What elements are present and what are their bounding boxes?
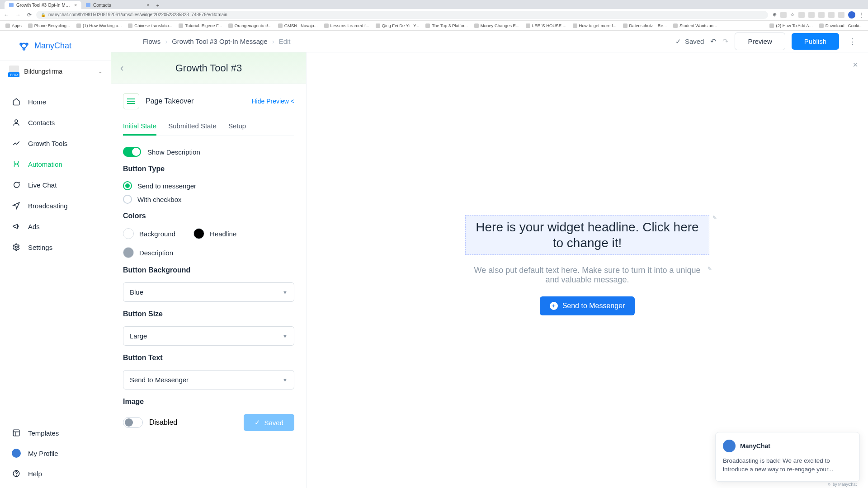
radio-with-checkbox[interactable]: With checkbox	[123, 195, 294, 204]
brand[interactable]: ManyChat	[0, 37, 111, 61]
extension-icon[interactable]	[808, 12, 815, 18]
caret-down-icon: ▼	[283, 290, 288, 295]
bookmark-item[interactable]: Student Wants an...	[673, 23, 717, 28]
bookmark-item[interactable]: Lessons Learned f...	[324, 23, 369, 28]
workspace-logo-icon	[9, 66, 19, 72]
sidebar-item-label: Help	[28, 470, 42, 478]
bookmark-item[interactable]: Tutorial: Eigene F...	[179, 23, 222, 28]
sidebar-item-ads[interactable]: Ads	[0, 216, 111, 237]
manychat-logo-icon	[18, 40, 30, 52]
bookmark-item[interactable]: The Top 3 Platfor...	[425, 23, 468, 28]
button-text-select[interactable]: Send to Messenger ▼	[123, 370, 294, 389]
nav-list: Home Contacts Growth Tools Automation Li…	[0, 82, 111, 267]
send-to-messenger-button[interactable]: ✈ Send to Messenger	[540, 296, 635, 315]
sidebar-item-live-chat[interactable]: Live Chat	[0, 174, 111, 195]
button-bg-select[interactable]: Blue ▼	[123, 282, 294, 302]
headline-text: Here is your widget headline. Click here…	[471, 219, 703, 251]
preview-canvas: × Here is your widget headline. Click he…	[307, 52, 868, 488]
color-headline[interactable]: Headline	[193, 228, 236, 239]
preview-button[interactable]: Preview	[735, 33, 785, 50]
tab-setup[interactable]: Setup	[228, 117, 246, 136]
show-description-toggle[interactable]	[123, 147, 141, 157]
bookmark-item[interactable]: Qing Fei De Yi - Y...	[376, 23, 420, 28]
image-toggle[interactable]	[123, 417, 143, 428]
extension-icon[interactable]	[798, 12, 805, 18]
color-background[interactable]: Background	[123, 228, 175, 239]
sidebar-item-contacts[interactable]: Contacts	[0, 112, 111, 133]
svg-point-8	[16, 475, 17, 475]
send-icon	[12, 202, 21, 210]
bookmark-item[interactable]: Download · Cooki...	[819, 23, 863, 28]
crumb-tool[interactable]: Growth Tool #3 Opt-In Message	[172, 38, 268, 45]
widget-type-icon	[123, 93, 139, 109]
tab-submitted-state[interactable]: Submitted State	[168, 117, 217, 136]
crumb-flows[interactable]: Flows	[143, 38, 160, 45]
back-button[interactable]: ‹	[120, 62, 123, 74]
bookmark-item[interactable]: GMSN · Navajo...	[278, 23, 318, 28]
extension-icon[interactable]	[838, 12, 844, 18]
headline-editable[interactable]: Here is your widget headline. Click here…	[465, 215, 709, 255]
extension-icon[interactable]	[828, 12, 835, 18]
radio-send-to-messenger[interactable]: Send to messenger	[123, 181, 294, 190]
close-icon[interactable]: ×	[74, 3, 77, 8]
extension-icon[interactable]	[780, 12, 787, 18]
saved-label: Saved	[264, 419, 283, 427]
select-value: Send to Messenger	[130, 376, 189, 384]
browser-tab-active[interactable]: Growth Tool #3 Opt-In Messa... ×	[5, 1, 81, 9]
sidebar-item-broadcasting[interactable]: Broadcasting	[0, 195, 111, 216]
bookmark-item[interactable]: Orangenagenbot!...	[228, 23, 272, 28]
bookmark-item[interactable]: LEE 'S HOUSE ...	[526, 23, 566, 28]
description-editable[interactable]: We also put default text here. Make sure…	[465, 266, 709, 285]
automation-icon	[12, 160, 21, 168]
extension-icon[interactable]	[818, 12, 825, 18]
address-bar[interactable]: 🔒 manychat.com/fb198150208192061/cms/fil…	[36, 11, 768, 19]
tab-initial-state[interactable]: Initial State	[123, 117, 156, 136]
browser-tab[interactable]: Contacts ×	[81, 1, 154, 9]
undo-button[interactable]: ↶	[710, 37, 716, 46]
bookmark-item[interactable]: Money Changes E...	[474, 23, 519, 28]
close-preview-button[interactable]: ×	[853, 60, 858, 70]
bookmark-item[interactable]: (2) How To Add A...	[769, 23, 812, 28]
reload-icon[interactable]: ⟳	[27, 12, 32, 18]
back-icon[interactable]: ←	[4, 12, 9, 18]
sidebar-item-automation[interactable]: Automation	[0, 154, 111, 174]
color-description[interactable]: Description	[123, 247, 173, 258]
hide-preview-link[interactable]: Hide Preview <	[251, 98, 294, 105]
svg-point-5	[15, 246, 18, 249]
bookmark-item[interactable]: Phone Recycling...	[28, 23, 70, 28]
redo-button[interactable]: ↷	[722, 37, 728, 46]
sidebar-item-settings[interactable]: Settings	[0, 237, 111, 258]
pro-badge: PRO	[8, 72, 19, 77]
notification-card[interactable]: ManyChat Broadcasting is back! We are ex…	[715, 432, 860, 482]
pencil-icon[interactable]: ✎	[708, 266, 712, 272]
sidebar-item-home[interactable]: Home	[0, 91, 111, 112]
sidebar-item-templates[interactable]: Templates	[0, 423, 111, 443]
star-icon[interactable]: ☆	[790, 12, 795, 18]
zoom-icon[interactable]: ⊕	[773, 12, 777, 18]
sidebar-item-growth-tools[interactable]: Growth Tools	[0, 133, 111, 154]
bookmark-item[interactable]: Chinese translatio...	[128, 23, 172, 28]
close-icon[interactable]: ×	[146, 3, 149, 8]
new-tab-button[interactable]: +	[154, 3, 162, 9]
menu-icon[interactable]: ⋮	[859, 12, 864, 18]
page-header: Flows › Growth Tool #3 Opt-In Message › …	[111, 31, 868, 52]
widget-type-label: Page Takeover	[146, 97, 245, 105]
workspace-switcher[interactable]: PRO Bildungsfirma ⌄	[0, 61, 111, 82]
check-icon: ✓	[255, 418, 260, 427]
sidebar-item-label: Ads	[28, 223, 40, 230]
apps-button[interactable]: Apps	[5, 23, 22, 28]
bookmark-item[interactable]: Datenschutz – Re...	[623, 23, 667, 28]
pencil-icon[interactable]: ✎	[712, 215, 717, 221]
forward-icon[interactable]: →	[15, 12, 21, 18]
publish-button[interactable]: Publish	[792, 33, 839, 50]
panel-saved-button[interactable]: ✓ Saved	[244, 414, 294, 431]
button-size-select[interactable]: Large ▼	[123, 326, 294, 346]
sidebar-item-help[interactable]: Help	[0, 464, 111, 483]
colors-heading: Colors	[123, 212, 294, 220]
bookmark-item[interactable]: How to get more f...	[573, 23, 617, 28]
notification-attribution: by ManyChat	[827, 482, 857, 487]
more-menu-icon[interactable]: ⋮	[845, 37, 859, 47]
sidebar-item-profile[interactable]: My Profile	[0, 443, 111, 464]
profile-avatar-icon[interactable]	[848, 11, 855, 19]
bookmark-item[interactable]: (1) How Working a...	[76, 23, 122, 28]
